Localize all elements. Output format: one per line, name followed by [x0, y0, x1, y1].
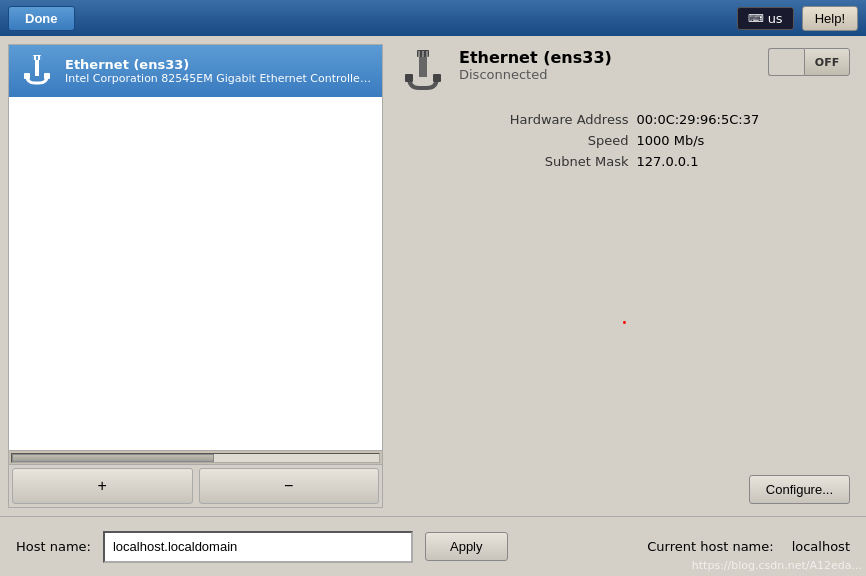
- add-network-button[interactable]: +: [12, 468, 193, 504]
- main-content: Ethernet (ens33) Intel Corporation 82545…: [0, 36, 866, 516]
- network-item-icon: [19, 53, 55, 89]
- device-details: Hardware Address 00:0C:29:96:5C:37 Speed…: [419, 112, 850, 169]
- host-name-input[interactable]: [103, 531, 413, 563]
- svg-rect-8: [419, 57, 427, 77]
- network-item-name: Ethernet (ens33): [65, 57, 372, 72]
- device-header: Ethernet (ens33) Disconnected OFF: [399, 48, 850, 96]
- network-list-item[interactable]: Ethernet (ens33) Intel Corporation 82545…: [9, 45, 382, 97]
- hardware-address-label: Hardware Address: [419, 112, 628, 127]
- done-button[interactable]: Done: [8, 6, 75, 31]
- current-host-label: Current host name:: [647, 539, 773, 554]
- apply-button[interactable]: Apply: [425, 532, 508, 561]
- host-name-label: Host name:: [16, 539, 91, 554]
- device-status: Disconnected: [459, 67, 612, 82]
- list-buttons: + −: [9, 464, 382, 507]
- device-ethernet-icon: [399, 48, 447, 96]
- network-list: Ethernet (ens33) Intel Corporation 82545…: [9, 45, 382, 450]
- svg-rect-10: [433, 74, 441, 82]
- keyboard-lang: us: [768, 11, 783, 26]
- svg-rect-11: [418, 51, 420, 57]
- scrollbar-track[interactable]: [11, 453, 380, 463]
- configure-area: Configure...: [399, 475, 850, 504]
- configure-button[interactable]: Configure...: [749, 475, 850, 504]
- left-panel: Ethernet (ens33) Intel Corporation 82545…: [8, 44, 383, 508]
- device-text: Ethernet (ens33) Disconnected: [459, 48, 612, 82]
- top-bar: Done ⌨ us Help!: [0, 0, 866, 36]
- subnet-mask-label: Subnet Mask: [419, 154, 628, 169]
- remove-network-button[interactable]: −: [199, 468, 380, 504]
- toggle-container[interactable]: OFF: [768, 48, 850, 76]
- speed-label: Speed: [419, 133, 628, 148]
- hardware-address-value: 00:0C:29:96:5C:37: [636, 112, 850, 127]
- scrollbar-thumb[interactable]: [12, 454, 214, 462]
- help-button[interactable]: Help!: [802, 6, 858, 31]
- status-dot: •: [622, 317, 628, 328]
- keyboard-icon: ⌨: [748, 12, 764, 25]
- list-scrollbar[interactable]: [9, 450, 382, 464]
- right-panel: Ethernet (ens33) Disconnected OFF Hardwa…: [383, 36, 866, 516]
- svg-rect-5: [36, 56, 38, 60]
- svg-rect-6: [40, 56, 42, 60]
- device-info: Ethernet (ens33) Disconnected: [399, 48, 612, 96]
- toggle-on-part[interactable]: [768, 48, 804, 76]
- toggle-off-button[interactable]: OFF: [804, 48, 850, 76]
- current-host-value: localhost: [792, 539, 850, 554]
- svg-rect-4: [32, 56, 34, 60]
- center-area: •: [399, 169, 850, 475]
- svg-rect-9: [405, 74, 413, 82]
- network-item-desc: Intel Corporation 82545EM Gigabit Ethern…: [65, 72, 372, 85]
- svg-rect-12: [422, 51, 424, 57]
- svg-rect-2: [24, 73, 30, 79]
- top-bar-right: ⌨ us Help!: [737, 6, 858, 31]
- bottom-bar: Host name: Apply Current host name: loca…: [0, 516, 866, 576]
- svg-rect-1: [35, 60, 39, 76]
- subnet-mask-value: 127.0.0.1: [636, 154, 850, 169]
- svg-rect-3: [44, 73, 50, 79]
- network-item-info: Ethernet (ens33) Intel Corporation 82545…: [65, 57, 372, 85]
- device-name: Ethernet (ens33): [459, 48, 612, 67]
- ethernet-icon: [19, 53, 55, 89]
- svg-rect-13: [426, 51, 428, 57]
- device-icon-container: [399, 48, 447, 96]
- keyboard-indicator[interactable]: ⌨ us: [737, 7, 794, 30]
- speed-value: 1000 Mb/s: [636, 133, 850, 148]
